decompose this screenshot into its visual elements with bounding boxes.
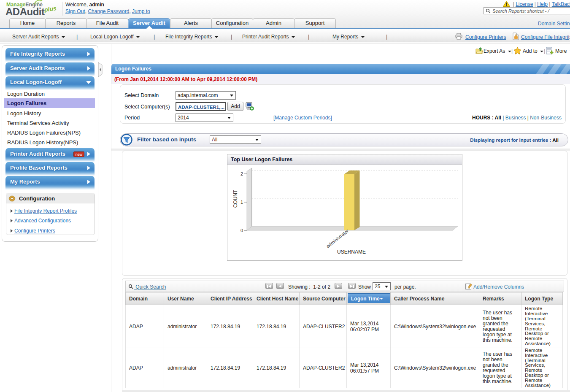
svg-text:COUNT: COUNT [232, 189, 238, 208]
svg-text:administrator: administrator [325, 228, 350, 249]
svg-text:2: 2 [240, 171, 243, 176]
svg-text:0: 0 [240, 228, 243, 233]
svg-text:1: 1 [240, 200, 243, 205]
svg-text:USERNAME: USERNAME [337, 249, 366, 255]
